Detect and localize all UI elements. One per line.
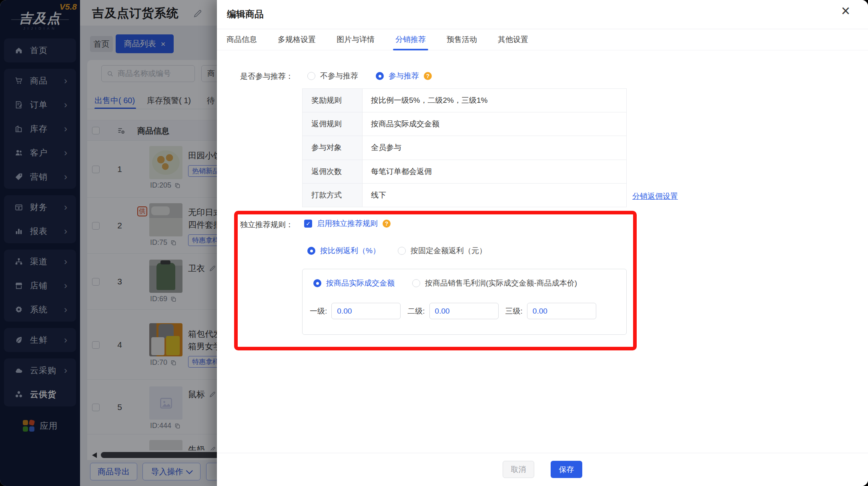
level-2-input[interactable]: [429, 303, 499, 319]
app-window: V5.8 吉及点 JIJIDIAN 首页商品›订单›库存›客户›营销›财务›报表…: [0, 0, 868, 486]
enable-independent-label[interactable]: 启用独立推荐规则: [317, 218, 378, 229]
info-label: 参与对象: [303, 136, 363, 159]
info-table-row: 参与对象全员参与: [303, 136, 626, 159]
info-table-row: 返佣规则按商品实际成交金额: [303, 112, 626, 136]
close-icon[interactable]: ×: [841, 3, 850, 18]
radio-icon[interactable]: [313, 279, 321, 287]
level-label: 一级:: [310, 306, 327, 316]
participate-options: 不参与推荐参与推荐?: [307, 71, 432, 81]
rebate-type-options: 按比例返利（%）按固定金额返利（元）: [307, 246, 487, 256]
info-value: 按比例一级5%，二级2%，三级1%: [363, 89, 626, 112]
radio-option[interactable]: 按商品销售毛利润(实际成交金额-商品成本价): [412, 278, 577, 288]
enable-independent-row: ✓ 启用独立推荐规则 ?: [304, 218, 391, 229]
info-label: 返佣次数: [303, 160, 363, 183]
info-label: 返佣规则: [303, 112, 363, 136]
info-table-row: 返佣次数每笔订单都会返佣: [303, 160, 626, 183]
drawer-tab-bar: 商品信息多规格设置图片与详情分销推荐预售活动其他设置: [217, 29, 868, 50]
radio-icon[interactable]: [307, 72, 315, 80]
info-label: 打款方式: [303, 184, 363, 207]
drawer-tab[interactable]: 分销推荐: [395, 29, 426, 50]
info-value: 全员参与: [363, 136, 626, 159]
drawer-footer: 取消 保存: [217, 453, 868, 486]
enable-independent-checkbox[interactable]: ✓: [304, 220, 312, 228]
participate-label: 是否参与推荐：: [227, 71, 293, 82]
info-table-row: 打款方式线下: [303, 183, 626, 207]
help-icon[interactable]: ?: [383, 220, 391, 228]
independent-rule-box: 按商品实际成交金额按商品销售毛利润(实际成交金额-商品成本价) 一级:二级:三级…: [302, 269, 627, 335]
info-value: 每笔订单都会返佣: [363, 160, 626, 183]
edit-product-drawer: 编辑商品 × 商品信息多规格设置图片与详情分销推荐预售活动其他设置 是否参与推荐…: [217, 0, 868, 486]
drawer-tab[interactable]: 多规格设置: [278, 29, 316, 50]
distribution-settings-link[interactable]: 分销返佣设置: [632, 191, 678, 202]
drawer-tab[interactable]: 图片与详情: [337, 29, 375, 50]
radio-icon[interactable]: [376, 72, 384, 80]
level-3-input[interactable]: [527, 303, 596, 319]
radio-option[interactable]: 按比例返利（%）: [307, 246, 380, 256]
help-icon[interactable]: ?: [424, 72, 432, 80]
radio-label: 按商品销售毛利润(实际成交金额-商品成本价): [425, 278, 577, 288]
radio-option[interactable]: 按商品实际成交金额: [313, 278, 395, 288]
radio-label: 按比例返利（%）: [320, 246, 380, 256]
level-label: 三级:: [505, 306, 523, 316]
radio-label: 按商品实际成交金额: [326, 278, 395, 288]
level-field: 三级:: [505, 303, 596, 319]
radio-label: 参与推荐: [389, 71, 419, 81]
level-inputs-row: 一级:二级:三级:: [310, 303, 596, 319]
drawer-tab[interactable]: 商品信息: [227, 29, 257, 50]
info-value: 按商品实际成交金额: [363, 112, 626, 136]
drawer-title: 编辑商品: [227, 8, 264, 20]
radio-label: 不参与推荐: [320, 71, 358, 81]
cancel-button[interactable]: 取消: [503, 461, 534, 478]
level-field: 二级:: [407, 303, 498, 319]
info-table-row: 奖励规则按比例一级5%，二级2%，三级1%: [303, 89, 626, 112]
distribution-info-table: 奖励规则按比例一级5%，二级2%，三级1%返佣规则按商品实际成交金额参与对象全员…: [302, 88, 627, 207]
radio-option[interactable]: 参与推荐?: [376, 71, 432, 81]
radio-label: 按固定金额返利（元）: [411, 246, 487, 256]
rebate-base-options: 按商品实际成交金额按商品销售毛利润(实际成交金额-商品成本价): [313, 278, 577, 288]
save-button[interactable]: 保存: [551, 461, 582, 478]
drawer-body: 是否参与推荐： 不参与推荐参与推荐? 奖励规则按比例一级5%，二级2%，三级1%…: [217, 50, 868, 453]
level-field: 一级:: [310, 303, 401, 319]
radio-icon[interactable]: [398, 247, 406, 255]
independent-rule-label: 独立推荐规则：: [227, 220, 293, 230]
info-value: 线下: [363, 184, 626, 207]
radio-option[interactable]: 不参与推荐: [307, 71, 358, 81]
level-label: 二级:: [407, 306, 425, 316]
drawer-tab[interactable]: 预售活动: [447, 29, 477, 50]
level-1-input[interactable]: [331, 303, 401, 319]
radio-icon[interactable]: [412, 279, 420, 287]
info-label: 奖励规则: [303, 89, 363, 112]
drawer-header: 编辑商品 ×: [217, 0, 868, 29]
radio-option[interactable]: 按固定金额返利（元）: [398, 246, 487, 256]
drawer-tab[interactable]: 其他设置: [498, 29, 528, 50]
radio-icon[interactable]: [307, 247, 315, 255]
